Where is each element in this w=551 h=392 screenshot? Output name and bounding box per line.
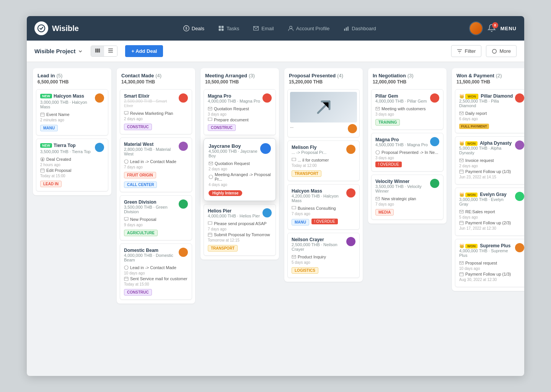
nav-logo[interactable]: Wisible xyxy=(34,21,79,35)
avatar xyxy=(515,192,524,201)
card-tierra-top[interactable]: NEW Tierra Top 3,500,000 THB · Tierra To… xyxy=(36,139,108,191)
calendar-icon xyxy=(208,232,212,237)
chat-icon xyxy=(124,217,129,222)
column-meeting-arranged: Meeting Arranged (3) 10,500,000 THB Magn… xyxy=(201,68,279,260)
avatar[interactable] xyxy=(469,21,483,35)
dollar-icon: $ xyxy=(40,157,45,162)
col-title-won: Won & Payment xyxy=(456,73,494,78)
list-view-btn[interactable] xyxy=(104,46,117,56)
column-proposal-presented: Proposal Presented (4) 15,200,000 THB xyxy=(284,68,363,282)
card-smart-elixir[interactable]: Smart Elixir 2,500,000 THB · Smart Elixi… xyxy=(120,89,192,134)
avatar xyxy=(95,143,104,152)
svg-rect-37 xyxy=(460,221,463,225)
card-alpha-dynasty[interactable]: 👑WON Alpha Dynasty 5,000,000 THB · Alpha… xyxy=(455,136,524,185)
card-halcyon-mass-1[interactable]: NEW Halcyon Mass 3,000,000 THB · Halcyon… xyxy=(36,89,108,136)
email-icon xyxy=(459,261,464,265)
email-icon xyxy=(375,106,380,111)
user-icon xyxy=(288,25,294,31)
nav-tasks[interactable]: Tasks xyxy=(212,22,245,34)
card-evelyn-gray[interactable]: 👑WON Evelyn Gray 3,000,000 THB · Evelyn … xyxy=(455,188,524,236)
notification-bell[interactable]: 8 xyxy=(487,24,496,33)
avatar xyxy=(179,142,188,151)
svg-rect-15 xyxy=(108,50,113,51)
tag-logistics: LOGISTICS xyxy=(292,267,318,274)
card-neilson-crayer[interactable]: Neilson Crayer 2,500,000 THB · Neilson C… xyxy=(287,233,360,278)
filter-button[interactable]: Filter xyxy=(451,45,481,57)
card-material-west[interactable]: Material West 2,800,000 THB · Material W… xyxy=(120,137,192,192)
tag-lead-in: LEAD IN xyxy=(40,181,62,187)
svg-rect-4 xyxy=(222,26,224,28)
kanban-view-btn[interactable] xyxy=(91,46,104,56)
svg-rect-11 xyxy=(95,49,97,53)
card-helios-pier[interactable]: Helios Pier 4,000,000 THB · Helios Pier … xyxy=(204,204,276,256)
chevron-down-icon xyxy=(78,49,83,54)
card-melison-fly[interactable]: Melison Fly ... -> Proposal Pr... ... il… xyxy=(287,140,360,181)
column-won-payment: Won & Payment (2) 11,500,000 THB 👑WON Pi… xyxy=(452,68,524,291)
card-pillar-diamond[interactable]: 👑WON Pillar Diamond 2,500,000 THB · Pill… xyxy=(455,89,524,133)
col-header-lead-in: Lead in (5) 6,500,000 THB xyxy=(33,68,111,87)
dollar-icon: $ xyxy=(183,25,189,31)
avatar xyxy=(430,179,439,188)
calendar-icon xyxy=(40,112,45,117)
tag-training: TRAINING xyxy=(375,119,400,126)
avatar xyxy=(179,199,188,209)
svg-point-22 xyxy=(124,160,128,163)
avatar xyxy=(515,93,524,103)
card-magna-pro-meeting[interactable]: Magna Pro 4,000,000 THB · Magna Pro Quot… xyxy=(204,89,276,135)
card-halcyon-mass-2[interactable]: Halcyon Mass 4,200,000 THB · Halcyon Mas… xyxy=(287,184,360,230)
svg-point-17 xyxy=(492,49,497,53)
card-image-placeholder[interactable]: ... xyxy=(287,89,360,137)
svg-rect-8 xyxy=(344,29,345,31)
email-icon xyxy=(208,106,212,111)
svg-point-7 xyxy=(290,26,292,28)
tag-construc-3: CONSTRUC xyxy=(208,124,236,131)
card-domestic-beam[interactable]: Domestic Beam 4,000,000 THB · Domestic B… xyxy=(120,243,192,300)
email-icon xyxy=(253,25,259,31)
nav-items: $ Deals Tasks Email Account Profile Dash xyxy=(90,22,469,34)
svg-rect-35 xyxy=(460,170,463,173)
nav-email[interactable]: Email xyxy=(247,22,280,34)
nav-deals[interactable]: $ Deals xyxy=(177,22,210,34)
email-icon xyxy=(209,161,213,166)
filter-icon xyxy=(457,49,462,54)
avatar xyxy=(95,93,104,103)
tag-full-payment: FULL PAYMENT xyxy=(459,124,489,129)
avatar xyxy=(179,248,188,257)
card-velocity-winner[interactable]: Velocity Winner 3,500,000 THB · Velocity… xyxy=(371,175,443,220)
overdue-badge-2: ! OVERDUE xyxy=(375,162,402,167)
svg-point-31 xyxy=(376,150,380,154)
kanban-board: Lead in (5) 6,500,000 THB NEW Halcyon Ma… xyxy=(27,62,524,376)
dollar-icon xyxy=(124,159,129,164)
svg-rect-28 xyxy=(208,233,212,237)
badge-new: NEW xyxy=(40,94,52,98)
svg-rect-6 xyxy=(222,29,224,31)
column-contact-made: Contact Made (4) 14,300,000 THB Smart El… xyxy=(117,68,195,304)
menu-label[interactable]: MENU xyxy=(500,26,517,31)
kanban-icon xyxy=(95,48,100,53)
svg-rect-13 xyxy=(99,49,100,53)
nav-right: 8 MENU xyxy=(469,21,517,35)
card-jaycrane-boy[interactable]: Jaycrane Boy 4,500,000 THB · Jaycrane Bo… xyxy=(204,138,276,201)
email-icon xyxy=(459,111,464,116)
nav-dashboard[interactable]: Dashboard xyxy=(337,22,382,34)
column-lead-in: Lead in (5) 6,500,000 THB NEW Halcyon Ma… xyxy=(33,68,111,195)
svg-rect-39 xyxy=(460,273,463,276)
card-magna-pro-negotiation[interactable]: Magna Pro 4,500,000 THB · Magna Pro Prop… xyxy=(371,133,443,172)
avatar xyxy=(179,93,188,103)
nav-account-profile[interactable]: Account Profile xyxy=(282,22,336,34)
more-button[interactable]: More xyxy=(486,45,517,57)
email-icon xyxy=(375,196,380,201)
add-deal-button[interactable]: + Add Deal xyxy=(125,45,163,57)
card-supreme-plus[interactable]: 👑WON Supreme Plus 4,000,000 THB · Suprem… xyxy=(455,239,524,287)
card-pillar-gem[interactable]: Pillar Gem 4,000,000 THB · Pillar Gem Me… xyxy=(371,89,443,130)
chat-icon xyxy=(124,111,129,116)
svg-rect-5 xyxy=(219,29,221,31)
column-in-negotiation: In Negotiation (3) 12,000,000 THB Pillar… xyxy=(368,68,447,224)
project-selector[interactable]: Wisible Project xyxy=(34,48,83,54)
col-cards-lead-in: NEW Halcyon Mass 3,000,000 THB · Halcyon… xyxy=(33,87,111,195)
tag-transport-2: TRANSPORT xyxy=(292,170,321,177)
bar-icon xyxy=(343,25,349,31)
svg-point-23 xyxy=(124,266,128,270)
avatar xyxy=(430,93,439,103)
card-green-division[interactable]: Green Division 3,500,000 THB · Green Div… xyxy=(120,195,192,240)
